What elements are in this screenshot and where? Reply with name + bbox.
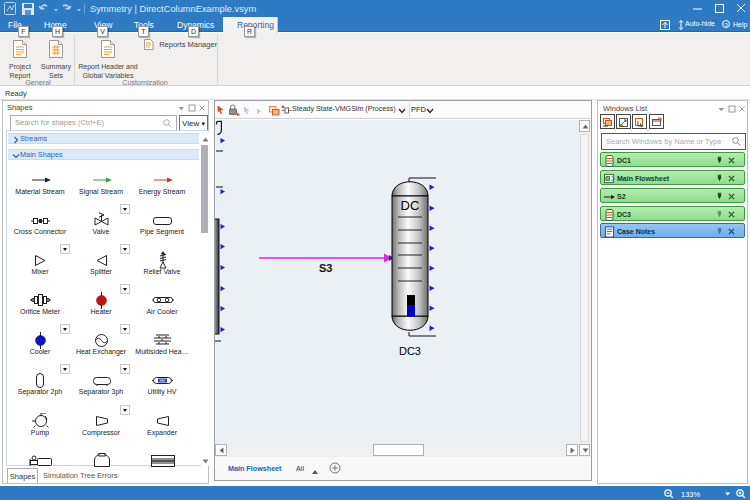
svg-text:HV: HV <box>160 378 166 383</box>
svg-text:DC: DC <box>401 198 420 213</box>
svg-text:133%: 133% <box>681 490 701 499</box>
svg-text:DC3: DC3 <box>399 345 421 357</box>
svg-text:S3: S3 <box>319 262 332 274</box>
